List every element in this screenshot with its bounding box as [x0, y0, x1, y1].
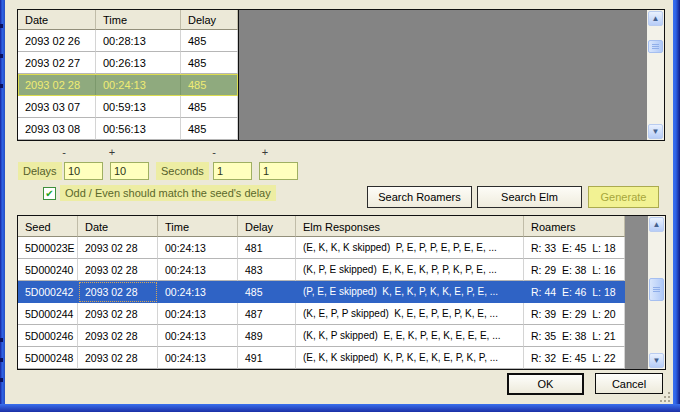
border-tick — [0, 378, 3, 382]
top-column-header-time[interactable]: Time — [96, 10, 181, 30]
bottom-table-row[interactable]: 5D0002482093 02 2800:24:13491(E, K, K sk… — [18, 347, 665, 369]
delays-plus-label: + — [105, 146, 119, 158]
scroll-up-icon[interactable]: ▲ — [649, 217, 664, 232]
bottom-table-cell-seed: 5D000244 — [18, 303, 78, 325]
bottom-table-body: 5D00023E2093 02 2800:24:13481(E, K, K, K… — [18, 237, 665, 369]
scroll-down-icon[interactable]: ▼ — [649, 353, 664, 368]
bottom-table-row[interactable]: 5D0002462093 02 2800:24:13489(K, K, P sk… — [18, 325, 665, 347]
scroll-up-icon[interactable]: ▲ — [648, 11, 663, 26]
ok-button[interactable]: OK — [507, 373, 584, 395]
check-icon: ✔ — [45, 188, 53, 199]
bottom-table-cell-roamers: R: 35 E: 38 L: 21 — [524, 325, 625, 347]
top-table-cell: 2093 03 08 — [18, 118, 96, 140]
bottom-column-header-elm-responses[interactable]: Elm Responses — [296, 216, 524, 237]
top-table-header: DateTimeDelay — [18, 10, 238, 30]
date-time-delay-table: DateTimeDelay 2093 02 2600:28:134852093 … — [18, 10, 239, 140]
top-table-cell: 2093 02 26 — [18, 30, 96, 52]
bottom-table-cell-date: 2093 02 28 — [78, 281, 158, 303]
bottom-table-cell-time: 00:24:13 — [158, 281, 238, 303]
top-table-cell: 485 — [181, 118, 238, 140]
top-results-panel: DateTimeDelay 2093 02 2600:28:134852093 … — [17, 9, 665, 141]
bottom-table-cell-roamers: R: 32 E: 45 L: 22 — [524, 347, 625, 369]
bottom-table-cell-seed: 5D00023E — [18, 237, 78, 259]
bottom-table-cell-date: 2093 02 28 — [78, 237, 158, 259]
bottom-table-row[interactable]: 5D0002402093 02 2800:24:13483(K, P, E sk… — [18, 259, 665, 281]
odd-even-checkbox-label[interactable]: Odd / Even should match the seed's delay — [60, 185, 276, 201]
bottom-table-cell-seed: 5D000248 — [18, 347, 78, 369]
bottom-scrollbar-thumb[interactable] — [649, 278, 664, 301]
generate-button[interactable]: Generate — [588, 186, 659, 208]
bottom-table-cell-time: 00:24:13 — [158, 347, 238, 369]
seconds-plus-input[interactable] — [259, 162, 298, 180]
top-table-cell: 00:59:13 — [96, 96, 181, 118]
top-table-row[interactable]: 2093 03 0700:59:13485 — [18, 96, 238, 118]
bottom-table-cell-elm: (E, K, K skipped) K, P, K, E, K, E, P, K… — [296, 347, 524, 369]
window-border-right — [673, 0, 680, 412]
top-table-cell: 2093 02 28 — [18, 74, 96, 96]
top-table-row[interactable]: 2093 02 2600:28:13485 — [18, 30, 238, 52]
resize-grip-icon[interactable] — [658, 390, 670, 402]
border-tick — [0, 84, 3, 88]
bottom-table-row[interactable]: 5D00023E2093 02 2800:24:13481(E, K, K, K… — [18, 237, 665, 259]
bottom-table-cell-time: 00:24:13 — [158, 303, 238, 325]
bottom-table-cell-date: 2093 02 28 — [78, 303, 158, 325]
scroll-down-icon[interactable]: ▼ — [648, 124, 663, 139]
bottom-column-header-delay[interactable]: Delay — [238, 216, 296, 237]
seconds-minus-input[interactable] — [213, 162, 252, 180]
bottom-scrollbar[interactable]: ▲ ▼ — [648, 216, 665, 369]
border-tick — [0, 24, 3, 28]
top-column-header-date[interactable]: Date — [18, 10, 96, 30]
bottom-table-cell-delay: 485 — [238, 281, 296, 303]
cancel-button[interactable]: Cancel — [595, 373, 663, 394]
bottom-table-row-selected[interactable]: 5D0002422093 02 2800:24:13485(P, E, E sk… — [18, 281, 665, 303]
top-table-cell: 2093 02 27 — [18, 52, 96, 74]
bottom-table-cell-delay: 487 — [238, 303, 296, 325]
top-column-header-delay[interactable]: Delay — [181, 10, 238, 30]
search-elm-button[interactable]: Search Elm — [477, 186, 582, 208]
top-table-cell: 00:24:13 — [96, 74, 181, 96]
seed-search-dialog: DateTimeDelay 2093 02 2600:28:134852093 … — [0, 0, 680, 412]
bottom-table-cell-elm: (K, K, P skipped) E, E, K, P, E, K, E, E… — [296, 325, 524, 347]
seconds-minus-label: - — [207, 146, 221, 158]
top-table-cell: 00:56:13 — [96, 118, 181, 140]
top-table-row[interactable]: 2093 02 2700:26:13485 — [18, 52, 238, 74]
delays-minus-input[interactable] — [64, 162, 103, 180]
bottom-table-cell-delay: 483 — [238, 259, 296, 281]
bottom-column-header-time[interactable]: Time — [158, 216, 238, 237]
bottom-table-cell-roamers: R: 44 E: 46 L: 18 — [524, 281, 625, 303]
top-table-row-selected[interactable]: 2093 02 2800:24:13485 — [18, 74, 238, 96]
odd-even-checkbox[interactable]: ✔ — [43, 187, 56, 200]
top-table-body: 2093 02 2600:28:134852093 02 2700:26:134… — [18, 30, 238, 140]
bottom-table-cell-roamers: R: 33 E: 45 L: 18 — [524, 237, 625, 259]
top-table-cell: 00:28:13 — [96, 30, 181, 52]
top-scrollbar[interactable]: ▲ ▼ — [647, 10, 664, 140]
bottom-table-cell-seed: 5D000246 — [18, 325, 78, 347]
bottom-table-cell-delay: 491 — [238, 347, 296, 369]
bottom-table-cell-seed: 5D000240 — [18, 259, 78, 281]
seed-results-panel: SeedDateTimeDelayElm ResponsesRoamers 5D… — [17, 215, 666, 370]
bottom-table-cell-elm: (K, E, P, P skipped) K, E, E, P, E, P, K… — [296, 303, 524, 325]
bottom-table-header: SeedDateTimeDelayElm ResponsesRoamers — [18, 216, 665, 237]
bottom-column-header-seed[interactable]: Seed — [18, 216, 78, 237]
top-table-cell: 485 — [181, 96, 238, 118]
bottom-table-cell-elm: (P, E, E skipped) K, E, K, P, K, K, E, P… — [296, 281, 524, 303]
top-table-cell: 00:26:13 — [96, 52, 181, 74]
delays-label: Delays — [18, 162, 62, 180]
bottom-table-cell-date: 2093 02 28 — [78, 259, 158, 281]
top-table-cell: 2093 03 07 — [18, 96, 96, 118]
delays-plus-input[interactable] — [110, 162, 149, 180]
bottom-column-header-date[interactable]: Date — [78, 216, 158, 237]
bottom-table-cell-date: 2093 02 28 — [78, 347, 158, 369]
seconds-plus-label: + — [258, 146, 272, 158]
top-table-row[interactable]: 2093 03 0800:56:13485 — [18, 118, 238, 140]
top-table-cell: 485 — [181, 30, 238, 52]
bottom-table-cell-elm: (E, K, K, K skipped) P, E, P, P, E, P, E… — [296, 237, 524, 259]
bottom-column-header-roamers[interactable]: Roamers — [524, 216, 625, 237]
top-scrollbar-thumb[interactable] — [648, 40, 663, 53]
search-roamers-button[interactable]: Search Roamers — [367, 186, 472, 208]
border-tick — [0, 338, 3, 342]
bottom-table-cell-roamers: R: 39 E: 29 L: 20 — [524, 303, 625, 325]
bottom-table-row[interactable]: 5D0002442093 02 2800:24:13487(K, E, P, P… — [18, 303, 665, 325]
bottom-table-cell-elm: (K, P, E skipped) E, K, E, K, P, P, K, P… — [296, 259, 524, 281]
bottom-table-cell-delay: 481 — [238, 237, 296, 259]
